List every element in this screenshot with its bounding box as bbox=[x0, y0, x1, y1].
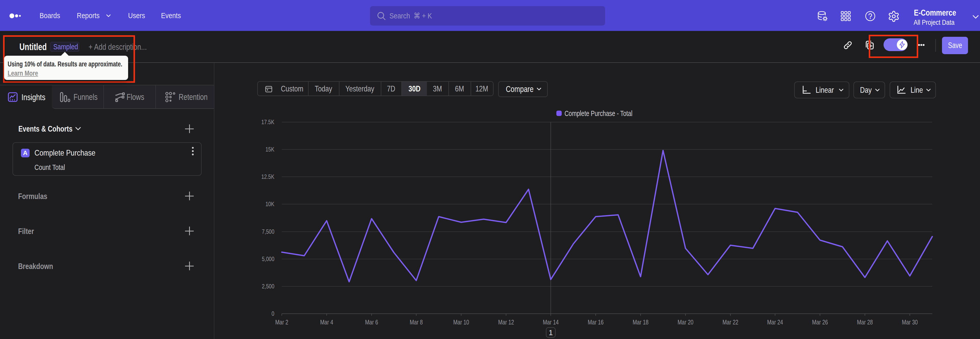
svg-text:Mar 22: Mar 22 bbox=[722, 319, 738, 326]
svg-text:2,500: 2,500 bbox=[262, 283, 274, 290]
svg-text:Mar 28: Mar 28 bbox=[857, 319, 873, 326]
svg-text:Mar 30: Mar 30 bbox=[902, 319, 918, 326]
svg-text:Mar 8: Mar 8 bbox=[410, 319, 423, 326]
svg-text:Mar 4: Mar 4 bbox=[320, 319, 333, 326]
svg-text:Mar 24: Mar 24 bbox=[767, 319, 783, 326]
svg-text:15K: 15K bbox=[266, 146, 274, 153]
svg-text:12.5K: 12.5K bbox=[261, 174, 274, 181]
svg-text:17.5K: 17.5K bbox=[261, 119, 274, 126]
svg-text:Mar 10: Mar 10 bbox=[453, 319, 469, 326]
svg-text:Mar 16: Mar 16 bbox=[588, 319, 604, 326]
svg-text:0: 0 bbox=[272, 311, 274, 317]
svg-text:Mar 14: Mar 14 bbox=[543, 319, 558, 326]
svg-text:Mar 2: Mar 2 bbox=[275, 319, 288, 326]
svg-text:Mar 26: Mar 26 bbox=[812, 319, 828, 326]
svg-text:Mar 6: Mar 6 bbox=[365, 319, 378, 326]
svg-text:Mar 20: Mar 20 bbox=[678, 319, 694, 326]
svg-text:Mar 18: Mar 18 bbox=[633, 319, 649, 326]
svg-text:10K: 10K bbox=[266, 201, 274, 208]
svg-text:Mar 12: Mar 12 bbox=[498, 319, 514, 326]
svg-text:7,500: 7,500 bbox=[262, 229, 274, 235]
svg-text:5,000: 5,000 bbox=[262, 256, 274, 262]
